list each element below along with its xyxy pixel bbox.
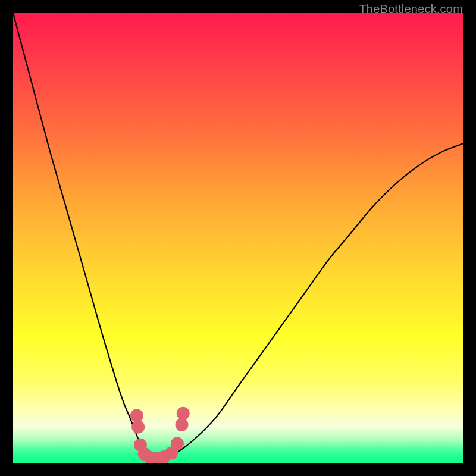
bottleneck-chart: [13, 13, 463, 463]
bottleneck-curve: [13, 13, 463, 459]
plot-area: [13, 13, 463, 463]
watermark-text: TheBottleneck.com: [359, 2, 463, 16]
trough-marker: [176, 418, 189, 431]
trough-marker: [177, 407, 190, 420]
trough-marker: [131, 421, 145, 434]
trough-marker: [130, 409, 143, 422]
trough-marker: [171, 437, 184, 450]
trough-markers: [130, 407, 190, 463]
